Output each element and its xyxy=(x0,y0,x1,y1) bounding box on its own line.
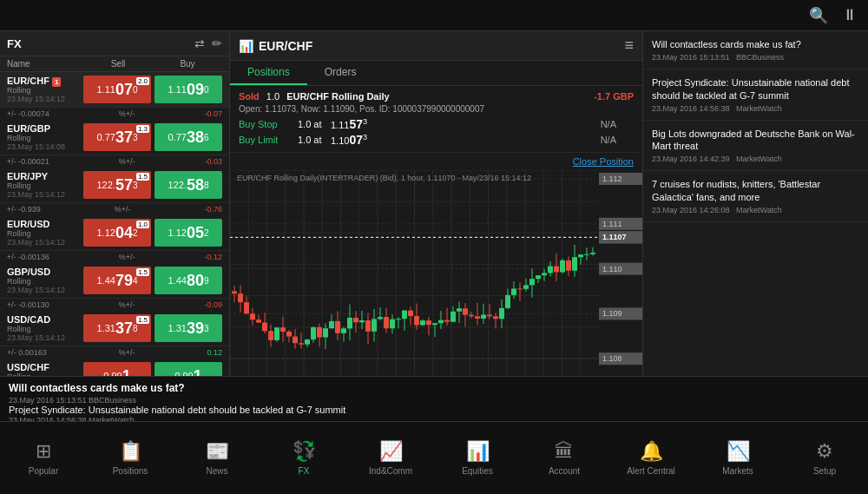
sell-price-EUR/CHF[interactable]: 1.11070 2.0 xyxy=(83,76,151,103)
trade-details: Open: 1.11073, Now: 1.11090, Pos. ID: 10… xyxy=(239,104,634,114)
trade-pnl: -1.7 GBP xyxy=(594,91,634,102)
nav-item-equities[interactable]: 📊 Equities xyxy=(434,433,521,483)
popular-nav-icon: ⊞ xyxy=(36,440,51,463)
fx-row-bottom-0: +/- -0.00074%+/--0.07 xyxy=(0,108,229,120)
markets-nav-icon: 📉 xyxy=(727,440,750,463)
sell-price-EUR/GBP[interactable]: 0.77373 1.3 xyxy=(83,123,151,151)
fx-row-bottom-4: +/- -0.00130%+/--0.09 xyxy=(0,299,229,311)
fx-row-gbpusd[interactable]: GBP/USD Rolling 23.May 15:14:12 1.44794 … xyxy=(0,263,229,299)
fx-row-bottom-5: +/- 0.00163%+/-0.12 xyxy=(0,346,229,359)
trade-qty: 1.0 xyxy=(266,91,279,102)
news-headline-2: Big Lots downgraded at Deutsche Bank on … xyxy=(652,128,859,153)
news-meta-0: 23.May 2016 15:13:51 BBCBusiness xyxy=(652,53,859,62)
right-panel: Will contactless cards make us fat? 23.M… xyxy=(642,31,868,421)
fx-prices: 0.77373 1.3 0.77386 xyxy=(83,123,222,151)
nav-item-setup[interactable]: ⚙ Setup xyxy=(781,433,868,483)
sell-price-GBP/USD[interactable]: 1.44794 1.5 xyxy=(83,267,151,294)
fx-title: FX xyxy=(7,37,22,50)
close-position-button[interactable]: Close Position xyxy=(573,156,634,167)
buy-limit-price: 1.10073 xyxy=(331,133,367,147)
fx-header: FX ⇄ ✏ xyxy=(0,31,229,56)
fx-transfer-icon[interactable]: ⇄ xyxy=(194,36,205,50)
buy-stop-label: Buy Stop xyxy=(239,119,291,129)
fx-nav-icon: 💱 xyxy=(293,440,316,463)
trade-row1: Sold 1.0 EUR/CHF Rolling Daily -1.7 GBP xyxy=(239,91,634,102)
fx-prices: 122.573 1.5 122.588 xyxy=(83,171,222,199)
nav-item-markets[interactable]: 📉 Markets xyxy=(694,433,781,483)
buy-limit-na: N/A xyxy=(601,135,616,145)
news-meta-3: 23.May 2016 14:26:08 MarketWatch xyxy=(652,206,859,214)
positions-nav-icon: 📋 xyxy=(119,440,142,463)
news-item-2[interactable]: Big Lots downgraded at Deutsche Bank on … xyxy=(643,121,868,172)
mid-panel: 📊 EUR/CHF ≡ Positions Orders Sold 1.0 EU… xyxy=(230,31,642,421)
fx-prices: 1.12042 1.0 1.12052 xyxy=(83,219,222,247)
bottom-headline: Will contactless cards make us fat? xyxy=(9,382,859,394)
account-nav-label: Account xyxy=(549,466,580,476)
buy-price-GBP/USD[interactable]: 1.44809 xyxy=(155,267,222,294)
indcomm-nav-label: Ind&Comm xyxy=(369,466,412,476)
nav-item-indcomm[interactable]: 📈 Ind&Comm xyxy=(347,433,434,483)
nav-item-account[interactable]: 🏛 Account xyxy=(521,433,608,483)
mid-header: 📊 EUR/CHF ≡ xyxy=(230,31,642,61)
buy-stop-row: Buy Stop 1.0 at 1.11573 N/A xyxy=(239,117,634,131)
buy-limit-qty: 1.0 at xyxy=(298,135,324,145)
buy-limit-row: Buy Limit 1.0 at 1.10073 N/A xyxy=(239,133,634,147)
bars-icon[interactable]: ⏸ xyxy=(842,6,858,24)
positions-nav-label: Positions xyxy=(113,466,148,476)
fx-edit-icon[interactable]: ✏ xyxy=(212,36,222,50)
buy-price-EUR/CHF[interactable]: 1.11090 xyxy=(155,76,222,103)
indcomm-nav-icon: 📈 xyxy=(379,440,403,463)
fx-pair-info: USD/CAD Rolling 23.May 15:14:12 xyxy=(7,314,83,342)
main-container: FX ⇄ ✏ Name Sell Buy EUR/CHF 1 Rolling 2… xyxy=(0,31,868,421)
news-nav-label: News xyxy=(206,466,227,476)
fx-row-usdcad[interactable]: USD/CAD Rolling 23.May 15:14:12 1.31378 … xyxy=(0,311,229,346)
bottom-nav: ⊞ Popular 📋 Positions 📰 News 💱 FX 📈 Ind&… xyxy=(0,421,868,494)
close-position-row: Close Position xyxy=(230,153,642,170)
nav-item-news[interactable]: 📰 News xyxy=(174,433,260,483)
buy-price-EUR/JPY[interactable]: 122.588 xyxy=(155,171,222,199)
fx-panel: FX ⇄ ✏ Name Sell Buy EUR/CHF 1 Rolling 2… xyxy=(0,31,230,421)
fx-row-eurgbp[interactable]: EUR/GBP Rolling 23.May 15:14:08 0.77373 … xyxy=(0,120,229,155)
fx-row-eurusd[interactable]: EUR/USD Rolling 23.May 15:14:12 1.12042 … xyxy=(0,215,229,251)
news-headline-0: Will contactless cards make us fat? xyxy=(652,38,859,50)
search-icon[interactable]: 🔍 xyxy=(809,6,828,25)
fx-prices: 1.44794 1.5 1.44809 xyxy=(83,267,222,294)
mid-header-left: 📊 EUR/CHF xyxy=(239,39,312,53)
fx-col-name: Name xyxy=(7,59,83,69)
fx-pair-info: EUR/USD Rolling 23.May 15:14:12 xyxy=(7,219,83,247)
nav-item-fx[interactable]: 💱 FX xyxy=(260,433,347,483)
fx-pair-info: GBP/USD Rolling 23.May 15:14:12 xyxy=(7,267,83,294)
mid-title: EUR/CHF xyxy=(259,39,312,53)
sell-price-EUR/JPY[interactable]: 122.573 1.5 xyxy=(83,171,151,199)
nav-item-popular[interactable]: ⊞ Popular xyxy=(0,433,87,483)
sell-price-USD/CAD[interactable]: 1.31378 1.5 xyxy=(83,314,151,342)
fx-prices: 1.31378 1.5 1.31393 xyxy=(83,314,222,342)
fx-nav-label: FX xyxy=(299,466,310,476)
fx-row-bottom-2: +/- -0.939%+/--0.76 xyxy=(0,203,229,215)
nav-item-positions[interactable]: 📋 Positions xyxy=(87,433,174,483)
news-item-3[interactable]: 7 cruises for nudists, knitters, 'Battle… xyxy=(643,171,868,222)
news-item-0[interactable]: Will contactless cards make us fat? 23.M… xyxy=(643,31,868,69)
news-headline-3: 7 cruises for nudists, knitters, 'Battle… xyxy=(652,178,859,203)
fx-pair-info: EUR/GBP Rolling 23.May 15:14:08 xyxy=(7,123,83,151)
fx-header-icons: ⇄ ✏ xyxy=(194,36,222,50)
buy-stop-na: N/A xyxy=(601,119,616,129)
nav-item-alert[interactable]: 🔔 Alert Central xyxy=(608,433,694,483)
fx-row-eurjpy[interactable]: EUR/JPY Rolling 23.May 15:14:12 122.573 … xyxy=(0,168,229,203)
bottom-sub-headline: Project Syndicate: Unsustainable nationa… xyxy=(9,405,859,415)
bottom-headline-meta: 23.May 2016 15:13:51 BBCBusiness xyxy=(9,396,859,405)
buy-price-EUR/USD[interactable]: 1.12052 xyxy=(155,219,222,247)
tab-positions[interactable]: Positions xyxy=(230,61,307,85)
top-bar: 🔍 ⏸ xyxy=(0,0,868,31)
fx-row-eurchf[interactable]: EUR/CHF 1 Rolling 23.May 15:14:12 1.1107… xyxy=(0,72,229,108)
buy-price-EUR/GBP[interactable]: 0.77386 xyxy=(155,123,222,151)
sell-price-EUR/USD[interactable]: 1.12042 1.0 xyxy=(83,219,151,247)
mid-menu-icon[interactable]: ≡ xyxy=(624,36,634,55)
chart-icon: 📊 xyxy=(239,39,253,53)
popular-nav-label: Popular xyxy=(29,466,58,476)
fx-col-buy: Buy xyxy=(153,59,222,69)
news-item-1[interactable]: Project Syndicate: Unsustainable nationa… xyxy=(643,69,868,121)
buy-price-USD/CAD[interactable]: 1.31393 xyxy=(155,314,222,342)
fx-col-sell: Sell xyxy=(83,59,153,69)
tab-orders[interactable]: Orders xyxy=(307,61,374,85)
